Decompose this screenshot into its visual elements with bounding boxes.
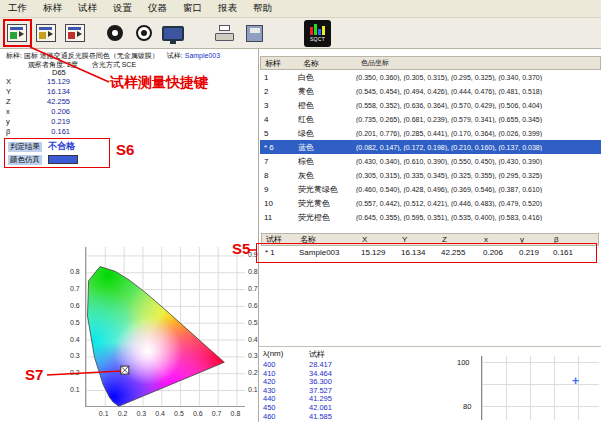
standards-row-name: 白色 (298, 72, 356, 83)
standards-row-no: 7 (260, 157, 298, 166)
black-calibration-button[interactable] (103, 20, 127, 46)
sample-header-cell: Y (398, 235, 438, 244)
standards-row-no: 11 (260, 213, 298, 222)
menu-item-4[interactable]: 设置 (105, 0, 140, 17)
standards-row[interactable]: 4红色(0.735, 0.265), (0.681, 0.239), (0.57… (260, 112, 601, 126)
chromaticity-x-label: 0.5 (174, 410, 184, 417)
spectral-crosshair-marker: + (572, 374, 579, 388)
standards-row[interactable]: 10荧光黄色(0.557, 0.442), (0.512, 0.421), (0… (260, 196, 601, 210)
sample-measure-button[interactable] (5, 20, 29, 46)
standards-row-no: 10 (260, 199, 298, 208)
menu-item-7[interactable]: 报表 (210, 0, 245, 17)
printer-icon (215, 25, 235, 42)
standards-row-no: 2 (260, 87, 298, 96)
chromaticity-y-label: 0.8 (248, 268, 258, 275)
right-panel: 标样名称色品坐标 1白色(0.350, 0.360), (0.305, 0.31… (258, 49, 601, 422)
standards-row-no: * 6 (260, 143, 298, 152)
save-button[interactable] (242, 20, 266, 46)
sample-table-header: 试样名称XYZxyβ (261, 233, 599, 246)
chromaticity-y-label: 0.2 (248, 369, 258, 376)
standards-header-cell: 名称 (299, 58, 357, 69)
tristimulus-row: y0.219 (6, 116, 78, 126)
standards-row[interactable]: 1白色(0.350, 0.360), (0.305, 0.315), (0.29… (260, 70, 601, 84)
spectral-chart: 10080 + (455, 352, 601, 422)
sample-cell: 0.219 (515, 248, 549, 257)
standards-row[interactable]: 2黄色(0.545, 0.454), (0.494, 0.426), (0.44… (260, 84, 601, 98)
white-calibration-button[interactable] (132, 20, 156, 46)
sample-cell: 0.206 (479, 248, 515, 257)
standard-name: 国标 道路交通反光膜昼间色（无金属镀膜） (24, 52, 159, 59)
standards-row[interactable]: 8灰色(0.305, 0.315), (0.335, 0.345), (0.32… (260, 168, 601, 182)
standards-row-coords: (0.201, 0.776), (0.285, 0.441), (0.170, … (356, 130, 601, 137)
sqct-icon (310, 24, 325, 35)
sample-table: 试样名称XYZxyβ * 1Sample00315.12916.13442.25… (261, 233, 599, 259)
standards-row-coords: (0.460, 0.540), (0.428, 0.496), (0.369, … (356, 186, 601, 193)
standards-row-name: 红色 (298, 114, 356, 125)
sample-header-cell: x (480, 235, 516, 244)
chromaticity-y-label: 0.9 (248, 251, 258, 258)
menu-item-2[interactable]: 标样 (35, 0, 70, 17)
chromaticity-plot-area[interactable] (85, 247, 245, 407)
standard-label: 标样: (6, 52, 22, 59)
menu-item-5[interactable]: 仪器 (140, 0, 175, 17)
app-window: 工作标样试样设置仪器窗口报表帮助 SQCT 标样: 国标 道路交通反光膜昼间色（… (0, 0, 601, 422)
standard-measure-button[interactable] (34, 20, 58, 46)
chromaticity-diagram[interactable]: + 0.90.80.70.60.50.40.30.20.10.80.70.60.… (70, 247, 270, 422)
standards-row[interactable]: 9荧光黄绿色(0.460, 0.540), (0.428, 0.496), (0… (260, 182, 601, 196)
sample-measure-icon (7, 24, 27, 42)
chromaticity-y-label: 0.8 (70, 268, 80, 275)
tristimulus-label: Y (6, 87, 30, 96)
chromaticity-y-label: 0.6 (248, 302, 258, 309)
sample-cell: Sample003 (295, 248, 357, 257)
tristimulus-value: 0.206 (30, 107, 70, 116)
sample-row[interactable]: * 1Sample00315.12916.13442.2550.2060.219… (261, 246, 599, 259)
standards-row-name: 荧光橙色 (298, 212, 356, 223)
standards-row-no: 8 (260, 171, 298, 180)
display-button[interactable] (161, 20, 185, 46)
measure-mode: 含光方式 SCE (92, 61, 136, 68)
chromaticity-y-label: 0.5 (248, 319, 258, 326)
continuous-measure-button[interactable] (63, 20, 87, 46)
standards-row-no: 1 (260, 73, 298, 82)
chromaticity-y-label: 0.7 (70, 285, 80, 292)
menu-item-3[interactable]: 试样 (70, 0, 105, 17)
spectral-chart-grid (481, 356, 599, 420)
tristimulus-value: 15.129 (30, 77, 70, 86)
observer-angle: 观察者角度: 2度 (28, 61, 78, 68)
sample-header-cell: 试样 (262, 234, 296, 245)
chromaticity-y-label: 0.4 (248, 336, 258, 343)
standards-row[interactable]: 5绿色(0.201, 0.776), (0.285, 0.441), (0.17… (260, 126, 601, 140)
sample-table-body: * 1Sample00315.12916.13442.2550.2060.219… (261, 246, 599, 259)
standards-table-body: 1白色(0.350, 0.360), (0.305, 0.315), (0.29… (260, 70, 601, 224)
standards-row[interactable]: 3橙色(0.558, 0.352), (0.636, 0.364), (0.57… (260, 98, 601, 112)
standards-row-name: 荧光黄绿色 (298, 184, 356, 195)
sample-cell: 16.134 (397, 248, 437, 257)
white-calibration-icon (136, 25, 152, 41)
menu-item-1[interactable]: 工作 (0, 0, 35, 17)
sample-cell: 42.255 (437, 248, 479, 257)
standards-row[interactable]: * 6蓝色(0.082, 0.147), (0.172, 0.198), (0.… (260, 140, 601, 154)
standards-row-coords: (0.305, 0.315), (0.335, 0.345), (0.325, … (356, 172, 601, 179)
tristimulus-label: y (6, 117, 30, 126)
wavelength-value: 460 (263, 413, 309, 422)
standards-row-coords: (0.430, 0.340), (0.610, 0.390), (0.550, … (356, 158, 601, 165)
chromaticity-y-label: 0.3 (70, 352, 80, 359)
spectral-table-body[interactable]: 40028.41741034.46442036.30043037.5274404… (263, 361, 373, 421)
standards-row[interactable]: 11荧光橙色(0.645, 0.355), (0.595, 0.351), (0… (260, 210, 601, 224)
sqct-label: SQCT (310, 36, 325, 42)
sample-cell: 0.161 (549, 248, 575, 257)
chromaticity-y-label: 0.1 (70, 386, 80, 393)
standards-row-no: 3 (260, 101, 298, 110)
continuous-measure-icon (65, 24, 85, 42)
standards-row-coords: (0.557, 0.442), (0.512, 0.421), (0.446, … (356, 200, 601, 207)
tristimulus-panel: X15.129Y16.134Z42.255x0.206y0.219β0.161 (6, 76, 78, 136)
standards-table: 标样名称色品坐标 1白色(0.350, 0.360), (0.305, 0.31… (260, 56, 601, 224)
sqct-button[interactable]: SQCT (304, 20, 331, 47)
print-button[interactable] (213, 20, 237, 46)
tristimulus-value: 0.219 (30, 117, 70, 126)
sample-header-cell: X (358, 235, 398, 244)
tristimulus-row: x0.206 (6, 106, 78, 116)
menu-item-6[interactable]: 窗口 (175, 0, 210, 17)
standards-row[interactable]: 7棕色(0.430, 0.340), (0.610, 0.390), (0.55… (260, 154, 601, 168)
menu-item-8[interactable]: 帮助 (245, 0, 280, 17)
